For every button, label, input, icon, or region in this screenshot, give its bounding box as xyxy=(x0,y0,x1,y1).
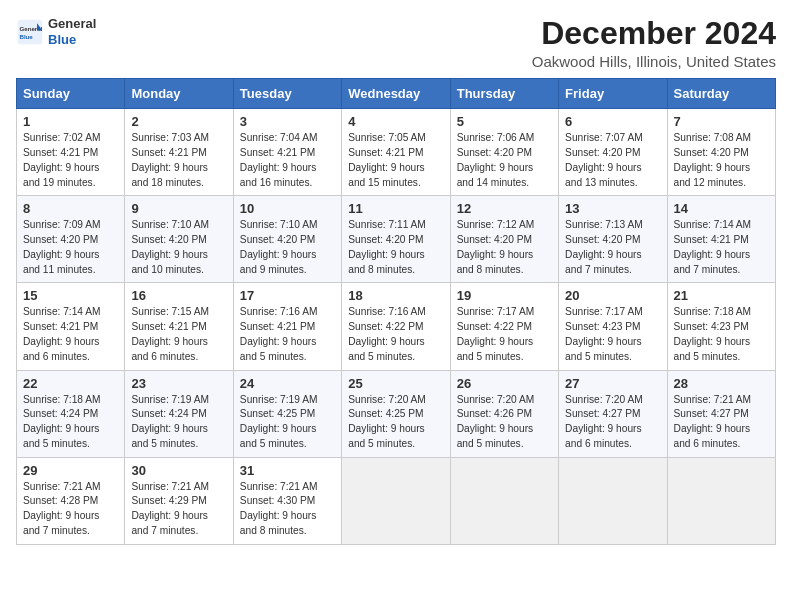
day-info: Sunrise: 7:21 AM Sunset: 4:29 PM Dayligh… xyxy=(131,480,226,539)
calendar-day-cell: 31 Sunrise: 7:21 AM Sunset: 4:30 PM Dayl… xyxy=(233,457,341,544)
calendar-day-header: Monday xyxy=(125,79,233,109)
calendar-day-cell: 19 Sunrise: 7:17 AM Sunset: 4:22 PM Dayl… xyxy=(450,283,558,370)
day-number: 5 xyxy=(457,114,552,129)
day-number: 31 xyxy=(240,463,335,478)
calendar-day-cell: 8 Sunrise: 7:09 AM Sunset: 4:20 PM Dayli… xyxy=(17,196,125,283)
calendar-day-header: Friday xyxy=(559,79,667,109)
calendar-day-cell xyxy=(342,457,450,544)
day-number: 11 xyxy=(348,201,443,216)
day-number: 20 xyxy=(565,288,660,303)
day-number: 2 xyxy=(131,114,226,129)
calendar-day-cell: 1 Sunrise: 7:02 AM Sunset: 4:21 PM Dayli… xyxy=(17,109,125,196)
day-info: Sunrise: 7:13 AM Sunset: 4:20 PM Dayligh… xyxy=(565,218,660,277)
title-block: December 2024 Oakwood Hills, Illinois, U… xyxy=(532,16,776,70)
day-info: Sunrise: 7:07 AM Sunset: 4:20 PM Dayligh… xyxy=(565,131,660,190)
calendar-day-header: Thursday xyxy=(450,79,558,109)
day-info: Sunrise: 7:21 AM Sunset: 4:28 PM Dayligh… xyxy=(23,480,118,539)
logo-text: General Blue xyxy=(48,16,96,47)
calendar-day-cell: 5 Sunrise: 7:06 AM Sunset: 4:20 PM Dayli… xyxy=(450,109,558,196)
day-info: Sunrise: 7:09 AM Sunset: 4:20 PM Dayligh… xyxy=(23,218,118,277)
day-number: 7 xyxy=(674,114,769,129)
calendar-day-cell: 3 Sunrise: 7:04 AM Sunset: 4:21 PM Dayli… xyxy=(233,109,341,196)
calendar-day-cell: 12 Sunrise: 7:12 AM Sunset: 4:20 PM Dayl… xyxy=(450,196,558,283)
day-number: 27 xyxy=(565,376,660,391)
calendar-day-cell: 23 Sunrise: 7:19 AM Sunset: 4:24 PM Dayl… xyxy=(125,370,233,457)
calendar-day-header: Wednesday xyxy=(342,79,450,109)
day-number: 3 xyxy=(240,114,335,129)
day-number: 18 xyxy=(348,288,443,303)
day-info: Sunrise: 7:04 AM Sunset: 4:21 PM Dayligh… xyxy=(240,131,335,190)
day-info: Sunrise: 7:21 AM Sunset: 4:27 PM Dayligh… xyxy=(674,393,769,452)
logo: General Blue General Blue xyxy=(16,16,96,47)
calendar-day-cell: 6 Sunrise: 7:07 AM Sunset: 4:20 PM Dayli… xyxy=(559,109,667,196)
calendar-day-cell: 7 Sunrise: 7:08 AM Sunset: 4:20 PM Dayli… xyxy=(667,109,775,196)
calendar-day-cell: 20 Sunrise: 7:17 AM Sunset: 4:23 PM Dayl… xyxy=(559,283,667,370)
day-number: 10 xyxy=(240,201,335,216)
day-info: Sunrise: 7:20 AM Sunset: 4:27 PM Dayligh… xyxy=(565,393,660,452)
day-info: Sunrise: 7:18 AM Sunset: 4:24 PM Dayligh… xyxy=(23,393,118,452)
calendar-week-row: 29 Sunrise: 7:21 AM Sunset: 4:28 PM Dayl… xyxy=(17,457,776,544)
calendar-day-cell: 18 Sunrise: 7:16 AM Sunset: 4:22 PM Dayl… xyxy=(342,283,450,370)
page-header: General Blue General Blue December 2024 … xyxy=(16,16,776,70)
day-info: Sunrise: 7:14 AM Sunset: 4:21 PM Dayligh… xyxy=(674,218,769,277)
page-title: December 2024 xyxy=(532,16,776,51)
day-info: Sunrise: 7:11 AM Sunset: 4:20 PM Dayligh… xyxy=(348,218,443,277)
calendar-header-row: SundayMondayTuesdayWednesdayThursdayFrid… xyxy=(17,79,776,109)
calendar-day-cell xyxy=(450,457,558,544)
calendar-day-cell: 27 Sunrise: 7:20 AM Sunset: 4:27 PM Dayl… xyxy=(559,370,667,457)
calendar-day-header: Sunday xyxy=(17,79,125,109)
day-number: 6 xyxy=(565,114,660,129)
day-number: 15 xyxy=(23,288,118,303)
day-info: Sunrise: 7:18 AM Sunset: 4:23 PM Dayligh… xyxy=(674,305,769,364)
day-info: Sunrise: 7:17 AM Sunset: 4:22 PM Dayligh… xyxy=(457,305,552,364)
day-info: Sunrise: 7:06 AM Sunset: 4:20 PM Dayligh… xyxy=(457,131,552,190)
calendar-day-cell: 17 Sunrise: 7:16 AM Sunset: 4:21 PM Dayl… xyxy=(233,283,341,370)
logo-icon: General Blue xyxy=(16,18,44,46)
day-number: 9 xyxy=(131,201,226,216)
logo-blue: Blue xyxy=(48,32,96,48)
day-number: 12 xyxy=(457,201,552,216)
calendar-day-cell: 24 Sunrise: 7:19 AM Sunset: 4:25 PM Dayl… xyxy=(233,370,341,457)
calendar-day-cell: 4 Sunrise: 7:05 AM Sunset: 4:21 PM Dayli… xyxy=(342,109,450,196)
day-info: Sunrise: 7:20 AM Sunset: 4:25 PM Dayligh… xyxy=(348,393,443,452)
calendar-day-cell: 15 Sunrise: 7:14 AM Sunset: 4:21 PM Dayl… xyxy=(17,283,125,370)
calendar-day-cell: 30 Sunrise: 7:21 AM Sunset: 4:29 PM Dayl… xyxy=(125,457,233,544)
day-number: 29 xyxy=(23,463,118,478)
day-info: Sunrise: 7:02 AM Sunset: 4:21 PM Dayligh… xyxy=(23,131,118,190)
calendar-day-cell xyxy=(667,457,775,544)
calendar-day-cell: 21 Sunrise: 7:18 AM Sunset: 4:23 PM Dayl… xyxy=(667,283,775,370)
logo-general: General xyxy=(48,16,96,32)
calendar-day-cell: 16 Sunrise: 7:15 AM Sunset: 4:21 PM Dayl… xyxy=(125,283,233,370)
day-number: 28 xyxy=(674,376,769,391)
calendar-header: SundayMondayTuesdayWednesdayThursdayFrid… xyxy=(17,79,776,109)
calendar-day-cell: 25 Sunrise: 7:20 AM Sunset: 4:25 PM Dayl… xyxy=(342,370,450,457)
calendar-day-cell xyxy=(559,457,667,544)
calendar-week-row: 1 Sunrise: 7:02 AM Sunset: 4:21 PM Dayli… xyxy=(17,109,776,196)
day-info: Sunrise: 7:05 AM Sunset: 4:21 PM Dayligh… xyxy=(348,131,443,190)
day-info: Sunrise: 7:10 AM Sunset: 4:20 PM Dayligh… xyxy=(240,218,335,277)
calendar-day-cell: 22 Sunrise: 7:18 AM Sunset: 4:24 PM Dayl… xyxy=(17,370,125,457)
day-info: Sunrise: 7:16 AM Sunset: 4:22 PM Dayligh… xyxy=(348,305,443,364)
day-number: 8 xyxy=(23,201,118,216)
calendar-day-cell: 13 Sunrise: 7:13 AM Sunset: 4:20 PM Dayl… xyxy=(559,196,667,283)
calendar-day-cell: 10 Sunrise: 7:10 AM Sunset: 4:20 PM Dayl… xyxy=(233,196,341,283)
day-number: 30 xyxy=(131,463,226,478)
day-number: 23 xyxy=(131,376,226,391)
calendar-week-row: 8 Sunrise: 7:09 AM Sunset: 4:20 PM Dayli… xyxy=(17,196,776,283)
calendar-day-header: Tuesday xyxy=(233,79,341,109)
day-info: Sunrise: 7:19 AM Sunset: 4:24 PM Dayligh… xyxy=(131,393,226,452)
calendar-day-cell: 28 Sunrise: 7:21 AM Sunset: 4:27 PM Dayl… xyxy=(667,370,775,457)
calendar-week-row: 15 Sunrise: 7:14 AM Sunset: 4:21 PM Dayl… xyxy=(17,283,776,370)
day-info: Sunrise: 7:08 AM Sunset: 4:20 PM Dayligh… xyxy=(674,131,769,190)
page-subtitle: Oakwood Hills, Illinois, United States xyxy=(532,53,776,70)
calendar-week-row: 22 Sunrise: 7:18 AM Sunset: 4:24 PM Dayl… xyxy=(17,370,776,457)
calendar-table: SundayMondayTuesdayWednesdayThursdayFrid… xyxy=(16,78,776,545)
day-number: 26 xyxy=(457,376,552,391)
day-number: 25 xyxy=(348,376,443,391)
day-info: Sunrise: 7:21 AM Sunset: 4:30 PM Dayligh… xyxy=(240,480,335,539)
day-info: Sunrise: 7:10 AM Sunset: 4:20 PM Dayligh… xyxy=(131,218,226,277)
calendar-day-cell: 11 Sunrise: 7:11 AM Sunset: 4:20 PM Dayl… xyxy=(342,196,450,283)
day-number: 4 xyxy=(348,114,443,129)
day-info: Sunrise: 7:15 AM Sunset: 4:21 PM Dayligh… xyxy=(131,305,226,364)
day-info: Sunrise: 7:14 AM Sunset: 4:21 PM Dayligh… xyxy=(23,305,118,364)
